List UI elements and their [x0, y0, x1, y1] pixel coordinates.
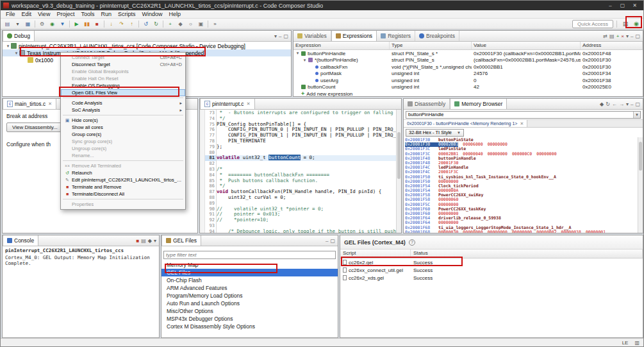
tab-gel-files[interactable]: GEL Files [161, 235, 201, 246]
context-menu-item[interactable]: ■Terminate and Remove [61, 183, 185, 190]
step-return-icon[interactable]: ↑ [127, 19, 136, 28]
gel-tree-item[interactable]: Cortex M Disassembly Style Options [161, 323, 338, 330]
quick-access-box[interactable]: Quick Access [572, 20, 613, 28]
minimize-view-icon[interactable]: – [631, 101, 633, 107]
expander-icon[interactable]: ▾ [5, 44, 11, 49]
minimize-view-icon[interactable]: – [326, 238, 328, 244]
tab-console[interactable]: Console [3, 235, 38, 246]
menu-file[interactable]: File [3, 10, 19, 18]
gel-tree-item[interactable]: ARM Advanced Features [161, 284, 338, 292]
notifications-icon[interactable]: ▥ [634, 340, 640, 346]
help-icon[interactable]: ? [409, 239, 415, 246]
context-menu-item[interactable]: Code Analysis▸ [61, 99, 185, 106]
code-line[interactable]: * - Buttons interrupts are configured to… [217, 110, 401, 116]
debug-perspective-icon[interactable]: ◉ [631, 19, 641, 28]
expander-icon[interactable]: ▾ [295, 51, 301, 56]
tab-disassembly[interactable]: Disassembly [404, 99, 450, 109]
context-menu-item[interactable]: Rename... [61, 152, 185, 159]
minimize-window-button[interactable]: – [604, 1, 616, 10]
view-menu-icon[interactable]: ▾ [274, 33, 277, 39]
expander-icon[interactable]: ▾ [302, 58, 308, 63]
close-window-button[interactable]: ✕ [629, 1, 641, 10]
column-header[interactable]: Status [411, 250, 643, 258]
expression-row[interactable]: portMaskunsigned int245760x20001F34 [293, 71, 643, 78]
debug-tree-item[interactable]: ▾pinInterrupt_CC26X2R1_LAUNCHXL_tirtos_c… [3, 42, 291, 49]
code-line[interactable]: * Push buttons callback function. [217, 178, 401, 184]
step-into-icon[interactable]: ↓ [106, 19, 116, 28]
gel-tree-item[interactable]: Auto Run and Launch Options [161, 300, 338, 307]
memory-format-select[interactable]: 32-Bit Hex - TI Style ▼ [406, 129, 464, 137]
restart-icon[interactable]: ↺ [141, 19, 151, 28]
pin-icon[interactable]: ◆ [176, 19, 185, 28]
column-header[interactable]: Expression [293, 42, 390, 49]
view-menu-icon[interactable]: ▾ [626, 101, 629, 107]
flash-icon[interactable]: ▼ [58, 19, 67, 28]
new-expression-icon[interactable]: + [165, 19, 175, 28]
step-over-icon[interactable]: ↷ [117, 19, 126, 28]
expression-row[interactable]: ▾buttonPinHandlestruct PIN_State_s *0x20… [293, 50, 643, 57]
tab-registers[interactable]: Registers [377, 31, 415, 41]
code-line[interactable]: }; [217, 144, 401, 150]
menu-tools[interactable]: Tools [78, 10, 97, 18]
context-menu-item[interactable]: Open GEL Files View [61, 89, 185, 96]
minimize-view-icon[interactable]: – [631, 33, 633, 39]
context-menu-item[interactable]: Enable Halt On Reset [61, 75, 185, 82]
view-menu-icon[interactable]: ▾ [154, 238, 156, 244]
context-menu-item[interactable]: ↺Relaunch [61, 169, 185, 176]
gel-tree-item[interactable]: Memory Map [161, 261, 338, 269]
expression-row[interactable]: +Add new expression [293, 90, 643, 97]
expression-row[interactable]: callbackFxnvoid (*)(PIN_State_s *,unsign… [293, 63, 643, 71]
context-menu-item[interactable]: Enable OS Debugging [61, 82, 185, 89]
context-menu-item[interactable]: ××Remove All Terminated [61, 162, 185, 169]
close-tab-icon[interactable]: ✕ [247, 101, 251, 106]
gel-tree-item[interactable]: GEL Files [161, 269, 338, 276]
gel-script-row[interactable]: cc26xx_connect_util.gelSuccess [340, 266, 643, 274]
remove-expression-icon[interactable]: × [621, 33, 624, 39]
expression-row[interactable]: userArgunsigned int00x20001F38 [293, 77, 643, 84]
tab-breakpoints[interactable]: Breakpoints [415, 31, 459, 41]
menu-project[interactable]: Project [53, 10, 78, 18]
context-menu-item[interactable]: ■Terminate/Disconnect All [61, 190, 185, 198]
context-menu-item[interactable]: ✎Edit pinInterrupt_CC26X2R1_LAUNCHXL_tir… [61, 176, 185, 183]
terminate-icon[interactable]: ■ [92, 19, 102, 28]
combo-dropdown-icon[interactable]: ▼ [633, 112, 640, 118]
forward-icon[interactable]: → [619, 101, 624, 107]
menu-edit[interactable]: Edit [19, 10, 35, 18]
maximize-view-icon[interactable]: ▢ [635, 33, 640, 39]
debug-icon[interactable]: ◉ [47, 19, 57, 28]
gel-tree-item[interactable]: Misc/Other Options [161, 307, 338, 315]
close-tab-icon[interactable]: ✕ [48, 101, 52, 106]
more-toolbar-icon[interactable]: » [210, 19, 220, 28]
column-header[interactable]: Address [581, 42, 643, 49]
editor-scrollbar[interactable] [396, 110, 401, 233]
search-icon[interactable]: ○ [186, 19, 195, 28]
context-menu-item[interactable]: ▣Hide core(s) [61, 117, 185, 124]
context-menu-item[interactable]: Show all cores [61, 124, 185, 131]
terminate-console-icon[interactable]: ■ [136, 238, 139, 244]
save-memory-icon[interactable]: ◆ [600, 101, 604, 107]
maximize-view-icon[interactable]: ▢ [330, 238, 335, 244]
code-area[interactable]: * - Buttons interrupts are configured to… [217, 110, 401, 233]
refresh-memory-icon[interactable]: ↻ [606, 101, 610, 107]
add-expression-icon[interactable]: + [616, 33, 620, 39]
view-disassembly-button[interactable]: View Disassembly... [6, 123, 63, 132]
pin-console-icon[interactable]: ◆ [148, 238, 152, 244]
context-menu-item[interactable]: Group core(s) [61, 131, 185, 138]
minimize-view-icon[interactable]: – [279, 33, 281, 39]
new-file-icon[interactable]: ▤ [3, 19, 12, 28]
gel-tree-item[interactable]: On-Chip Flash [161, 276, 338, 284]
breakpoint-margin[interactable] [200, 110, 205, 233]
code-line[interactable] [217, 161, 401, 167]
tab-pininterrupt[interactable]: c pinInterrupt.c ✕ [200, 99, 255, 109]
code-line[interactable]: /* Debounce logic, only toggle if the bu… [217, 229, 401, 233]
build-icon[interactable]: ⚙ [37, 19, 47, 28]
code-line[interactable]: PIN_TERMINATE [217, 139, 401, 144]
code-line[interactable]: volatile uint32_t buttonCount = 0; [217, 155, 401, 161]
memory-row[interactable]: 0x20001F68000000300000000000000000000000… [405, 230, 643, 233]
refresh-expressions-icon[interactable]: ⇄ [603, 33, 607, 39]
context-menu-item[interactable]: Ungroup core(s) [61, 145, 185, 152]
menu-help[interactable]: Help [165, 10, 184, 18]
view-menu-icon[interactable]: ▾ [626, 33, 629, 39]
context-menu-item[interactable]: Connect TargetCtrl+Alt+C [61, 54, 185, 61]
memory-rendering-tab[interactable]: 0x20001F30 - buttonPinHandle <Memory Ren… [404, 120, 527, 127]
